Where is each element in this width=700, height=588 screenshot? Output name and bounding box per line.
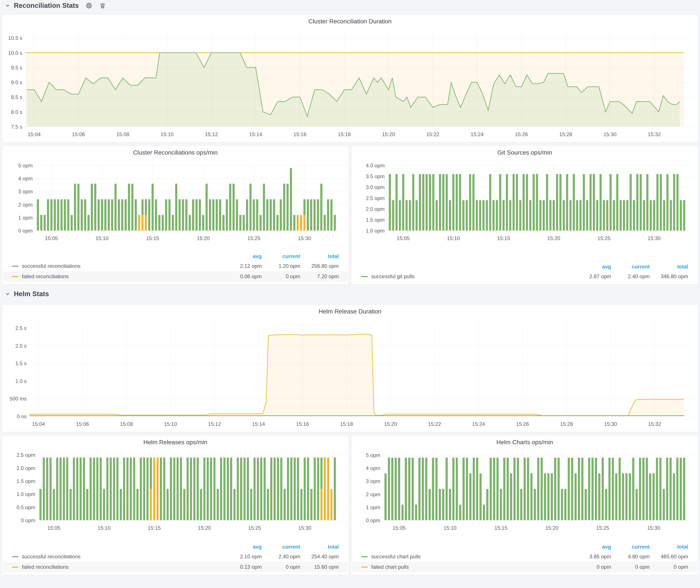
legend-col-total[interactable]: total — [650, 544, 688, 550]
panel-helm-release-duration: Helm Release Duration 15:0415:0615:0815:… — [2, 304, 698, 432]
section-header-reconciliation-stats[interactable]: Reconciliation Stats — [5, 1, 106, 10]
svg-text:1.5 opm: 1.5 opm — [16, 478, 35, 484]
legend-row-failed: failed reconciliations 0.13 opm 0 opm 15… — [3, 562, 348, 572]
svg-text:15:26: 15:26 — [515, 131, 528, 137]
legend-avg-value: 2.12 opm — [223, 263, 262, 269]
svg-text:15:30: 15:30 — [647, 525, 660, 531]
series-dash-yellow — [361, 567, 368, 568]
svg-text:0 opm: 0 opm — [366, 517, 380, 523]
helm-duration-chart[interactable]: 15:0415:0615:0815:1015:1215:1415:1615:18… — [3, 316, 697, 431]
legend-col-current[interactable]: current — [611, 264, 650, 270]
chart-svg: 15:0415:0615:0815:1015:1215:1415:1615:18… — [3, 26, 697, 141]
legend-col-current[interactable]: current — [611, 544, 650, 550]
svg-text:15:05: 15:05 — [45, 235, 58, 241]
legend-col-total[interactable]: total — [300, 253, 339, 259]
legend-col-avg[interactable]: avg — [223, 253, 262, 259]
svg-text:15:14: 15:14 — [252, 421, 265, 427]
grafana-dashboard: { "colors": {"success_green":"#7eb26d","… — [0, 0, 700, 588]
legend-header: avg current total — [3, 542, 348, 551]
section-title: Helm Stats — [14, 290, 49, 298]
svg-text:4 opm: 4 opm — [366, 465, 380, 471]
svg-text:3.5 opm: 3.5 opm — [366, 173, 385, 179]
svg-text:15:22: 15:22 — [426, 131, 439, 137]
svg-text:15:30: 15:30 — [298, 525, 311, 531]
legend-header: avg current total — [352, 262, 697, 271]
svg-text:15:14: 15:14 — [249, 131, 262, 137]
svg-text:2.0 opm: 2.0 opm — [366, 206, 385, 212]
svg-text:500 ms: 500 ms — [10, 396, 27, 402]
git-sources-chart[interactable]: 15:0515:1015:1515:2015:2515:304.0 opm3.5… — [353, 158, 697, 244]
chevron-down-icon — [5, 3, 10, 8]
svg-text:2.0 s: 2.0 s — [15, 343, 27, 349]
cluster-duration-chart[interactable]: 15:0415:0615:0815:1015:1215:1415:1615:18… — [3, 26, 697, 141]
svg-text:15:25: 15:25 — [248, 525, 261, 531]
legend: avg current total successful chart pulls… — [352, 542, 697, 572]
panel-title[interactable]: Helm Charts ops/min — [351, 439, 698, 446]
svg-text:0.5 opm: 0.5 opm — [16, 504, 35, 510]
chart-svg: 15:0515:1015:1515:2015:2515:305 opm4 opm… — [3, 158, 347, 244]
svg-text:4 opm: 4 opm — [18, 176, 33, 181]
panel-title[interactable]: Cluster Reconciliations ops/min — [2, 149, 349, 156]
svg-text:15:15: 15:15 — [146, 235, 159, 241]
legend-col-total[interactable]: total — [300, 544, 339, 550]
chart-svg: 15:0415:0615:0815:1015:1215:1415:1615:18… — [3, 316, 697, 431]
svg-text:15:20: 15:20 — [197, 235, 210, 241]
svg-text:8.5 s: 8.5 s — [11, 94, 22, 100]
svg-text:2.5 opm: 2.5 opm — [16, 452, 35, 458]
legend-row-successful: successful git pulls 2.87 opm 2.40 opm 3… — [352, 271, 697, 282]
panel-title[interactable]: Helm Release Duration — [2, 308, 698, 315]
svg-text:15:06: 15:06 — [76, 421, 89, 427]
svg-text:15:10: 15:10 — [444, 525, 456, 531]
svg-text:1.5 opm: 1.5 opm — [366, 217, 385, 223]
svg-text:15:30: 15:30 — [298, 235, 311, 241]
svg-text:15:08: 15:08 — [116, 131, 129, 137]
trash-icon[interactable] — [99, 2, 106, 9]
cluster-reconciliations-chart[interactable]: 15:0515:1015:1515:2015:2515:305 opm4 opm… — [3, 158, 347, 244]
svg-text:15:26: 15:26 — [516, 421, 529, 427]
svg-text:15:28: 15:28 — [559, 131, 572, 137]
svg-text:15:20: 15:20 — [198, 525, 211, 531]
legend-avg-value: 0.06 opm — [223, 273, 262, 279]
legend-avg-value: 2.87 opm — [573, 273, 611, 279]
legend-row-failed: failed reconciliations 0.06 opm 0 opm 7.… — [3, 271, 348, 282]
svg-text:15:20: 15:20 — [382, 131, 395, 137]
svg-text:15:32: 15:32 — [648, 131, 661, 137]
helm-releases-chart[interactable]: 15:0515:1015:1515:2015:2515:302.5 opm2.0… — [3, 447, 347, 534]
svg-text:15:05: 15:05 — [47, 525, 60, 531]
legend-series-label: successful reconciliations — [22, 554, 81, 560]
svg-text:15:10: 15:10 — [161, 131, 174, 137]
svg-text:15:25: 15:25 — [597, 235, 610, 241]
legend-col-avg[interactable]: avg — [223, 544, 262, 550]
panel-title[interactable]: Git Sources ops/min — [351, 149, 698, 156]
legend: avg current total successful git pulls 2… — [352, 262, 697, 282]
panel-helm-releases: Helm Releases ops/min 15:0515:1015:1515:… — [2, 435, 349, 575]
legend-row-failed: failed chart pulls 0 opm 0 opm 0 opm — [352, 562, 697, 572]
legend-col-current[interactable]: current — [262, 544, 300, 550]
svg-text:2.0 opm: 2.0 opm — [16, 465, 35, 471]
gear-icon[interactable] — [85, 2, 93, 9]
svg-text:15:24: 15:24 — [471, 131, 484, 137]
panel-title[interactable]: Helm Releases ops/min — [2, 439, 349, 446]
chart-svg: 15:0515:1015:1515:2015:2515:305 opm4 opm… — [353, 447, 697, 534]
svg-text:15:10: 15:10 — [447, 235, 460, 241]
legend-current-value: 1.20 opm — [262, 263, 300, 269]
helm-charts-chart[interactable]: 15:0515:1015:1515:2015:2515:305 opm4 opm… — [353, 447, 697, 534]
legend-total-value: 7.20 opm — [300, 273, 339, 279]
legend-col-avg[interactable]: avg — [573, 264, 611, 270]
legend-col-current[interactable]: current — [262, 253, 300, 259]
legend-series-label: successful chart pulls — [371, 554, 421, 560]
legend-series-label: successful git pulls — [371, 273, 415, 279]
svg-text:3 opm: 3 opm — [18, 189, 33, 194]
svg-text:1 opm: 1 opm — [18, 215, 33, 221]
svg-text:4.0 opm: 4.0 opm — [366, 163, 385, 168]
section-header-helm-stats[interactable]: Helm Stats — [5, 289, 49, 299]
series-dash-green — [361, 556, 368, 557]
legend-col-total[interactable]: total — [650, 264, 688, 270]
legend-current-value: 0 opm — [611, 564, 650, 570]
svg-text:1.0 opm: 1.0 opm — [366, 228, 385, 234]
svg-text:3 opm: 3 opm — [366, 478, 380, 484]
svg-text:8.0 s: 8.0 s — [11, 109, 22, 115]
svg-text:15:05: 15:05 — [397, 235, 410, 241]
legend-col-avg[interactable]: avg — [573, 544, 611, 550]
panel-title[interactable]: Cluster Reconciliation Duration — [2, 18, 698, 25]
